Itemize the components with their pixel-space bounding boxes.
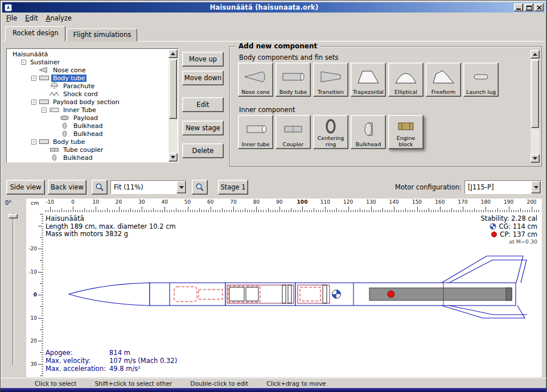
ruler-tick: [38, 318, 43, 319]
tree-item-payload-body-section[interactable]: -Payload body section: [9, 98, 168, 106]
innertube-icon: [243, 117, 268, 142]
horizontal-ruler: cm -100102030405060708090100110120130140…: [26, 199, 542, 212]
tree-scrollbar[interactable]: [168, 49, 178, 162]
add-trapezoidal-button[interactable]: Trapezoidal: [351, 63, 386, 97]
ruler-tick: [360, 208, 360, 212]
stage-1-toggle[interactable]: Stage 1: [218, 180, 248, 195]
tree-item-label[interactable]: Bulkhead: [72, 122, 104, 130]
tree-expander-icon[interactable]: -: [31, 76, 36, 81]
tree-expander-icon[interactable]: -: [42, 108, 47, 113]
delete-button[interactable]: Delete: [182, 143, 224, 158]
innertube-icon: [49, 106, 61, 113]
add-component-panel: Add new component Body components and fi…: [229, 46, 542, 167]
scroll-up-button[interactable]: [530, 50, 540, 59]
rotation-slider-track[interactable]: [13, 213, 14, 366]
tree-item-label[interactable]: Body tube: [51, 138, 87, 146]
add-centering-ring-button[interactable]: Centering ring: [313, 115, 348, 149]
add-transition-button[interactable]: Transition: [313, 63, 348, 97]
application-window: Haisunäätä (haisunaata.ork) FileEditAnal…: [0, 0, 547, 392]
edit-button[interactable]: Edit: [182, 97, 224, 112]
component-tree-panel: Haisunäätä-SustainerNose cone-Body tubeP…: [6, 48, 179, 163]
arrow-down-icon: [171, 156, 175, 161]
tree-item-parachute[interactable]: Parachute: [9, 82, 168, 90]
tree-expander-icon[interactable]: -: [21, 60, 26, 65]
palette-button-label: Inner tube: [241, 142, 269, 147]
mach-note: at M=0.30: [509, 238, 537, 245]
add-bulkhead-button[interactable]: Bulkhead: [351, 115, 386, 149]
tree-item-nose-cone[interactable]: Nose cone: [9, 66, 168, 74]
tree-item-shock-cord[interactable]: Shock cord: [9, 90, 168, 98]
zoom-select-arrow[interactable]: [176, 181, 186, 193]
scroll-thumb[interactable]: [531, 60, 539, 128]
tree-item-bulkhead[interactable]: Bulkhead: [9, 154, 168, 161]
tree-item-inner-tube[interactable]: -Inner Tube: [9, 106, 168, 114]
tree-item-body-tube[interactable]: -Body tube: [9, 74, 168, 82]
tree-item-label[interactable]: Haisunäätä: [11, 51, 50, 58]
cp-marker: [388, 291, 394, 298]
motor-select-arrow[interactable]: [531, 181, 541, 193]
close-button[interactable]: [534, 3, 544, 11]
add-inner-tube-button[interactable]: Inner tube: [238, 115, 273, 149]
move-up-button[interactable]: Move up: [182, 52, 224, 67]
tree-item-label[interactable]: Body tube: [51, 75, 87, 82]
rocket-view-canvas[interactable]: Haisunäätä Length 189 cm, max. diameter …: [43, 212, 542, 377]
side-view-button[interactable]: Side view: [6, 180, 45, 195]
tab-rocket-design[interactable]: Rocket design: [5, 26, 65, 42]
minimize-button[interactable]: [514, 3, 523, 11]
rotation-slider-handle[interactable]: [9, 214, 18, 218]
tree-item-label[interactable]: Sustainer: [28, 59, 61, 66]
tree-item-label[interactable]: Bulkhead: [72, 130, 104, 138]
add-engine-block-button[interactable]: Engine block: [388, 115, 423, 149]
scroll-thumb[interactable]: [169, 59, 177, 119]
tree-item-label[interactable]: Tube coupler: [61, 146, 105, 154]
menu-file[interactable]: File: [2, 13, 21, 23]
zoom-in-icon: [95, 183, 104, 192]
ruler-tick: [38, 295, 43, 295]
tree-item-label[interactable]: Payload body section: [51, 98, 121, 106]
tree-item-bulkhead[interactable]: Bulkhead: [9, 122, 168, 130]
window-icon[interactable]: [5, 4, 12, 11]
tree-item-label[interactable]: Payload: [72, 114, 100, 122]
new-stage-button[interactable]: New stage: [182, 121, 224, 135]
scroll-down-button[interactable]: [168, 153, 178, 162]
zoom-level-select[interactable]: Fit (11%): [110, 180, 187, 194]
palette-scrollbar[interactable]: [530, 50, 540, 163]
motor-configuration-select[interactable]: [J115-P]: [464, 180, 541, 194]
add-launch-lug-button[interactable]: Launch lug: [463, 63, 499, 97]
tree-item-payload[interactable]: Payload: [9, 114, 168, 122]
component-tree[interactable]: Haisunäätä-SustainerNose cone-Body tubeP…: [9, 50, 168, 161]
tree-expander-icon[interactable]: -: [31, 139, 36, 145]
add-elliptical-button[interactable]: Elliptical: [388, 63, 423, 97]
add-body-tube-button[interactable]: Body tube: [275, 63, 311, 97]
menu-analyze[interactable]: Analyze: [42, 13, 76, 23]
tree-item-label[interactable]: Bulkhead: [61, 154, 94, 162]
tree-expander-icon[interactable]: -: [31, 100, 36, 105]
maximize-button[interactable]: [524, 3, 533, 11]
tree-item-tube-coupler[interactable]: Tube coupler: [9, 146, 168, 154]
add-nose-cone-button[interactable]: Nose cone: [238, 63, 273, 97]
tree-item-label[interactable]: Nose cone: [51, 67, 87, 74]
menu-edit[interactable]: Edit: [21, 13, 42, 23]
tab-flight-simulations[interactable]: Flight simulations: [67, 28, 137, 42]
ruler-tick: [371, 207, 372, 212]
add-coupler-button[interactable]: Coupler: [275, 115, 311, 149]
window-title: Haisunäätä (haisunaata.ork): [14, 3, 514, 11]
zoom-in-button[interactable]: [92, 180, 108, 195]
tree-item-haisun-t[interactable]: Haisunäätä: [9, 50, 168, 58]
title-bar[interactable]: Haisunäätä (haisunaata.ork): [2, 2, 545, 13]
ruler-tick: [38, 272, 43, 273]
move-down-button[interactable]: Move down: [182, 71, 224, 85]
scroll-up-button[interactable]: [168, 49, 178, 58]
zoom-out-button[interactable]: [192, 180, 208, 195]
scroll-down-button[interactable]: [530, 154, 540, 163]
ruler-tick: [474, 208, 475, 212]
tree-item-body-tube[interactable]: -Body tube: [9, 138, 168, 146]
tree-item-label[interactable]: Inner Tube: [61, 106, 98, 114]
add-freeform-button[interactable]: Freeform: [426, 63, 461, 97]
tree-item-label[interactable]: Shock cord: [61, 90, 100, 98]
tree-item-sustainer[interactable]: -Sustainer: [9, 58, 168, 66]
tree-item-bulkhead[interactable]: Bulkhead: [9, 130, 168, 138]
tree-item-label[interactable]: Parachute: [61, 82, 96, 90]
back-view-button[interactable]: Back view: [48, 180, 87, 195]
ruler-label: -10: [28, 269, 37, 275]
